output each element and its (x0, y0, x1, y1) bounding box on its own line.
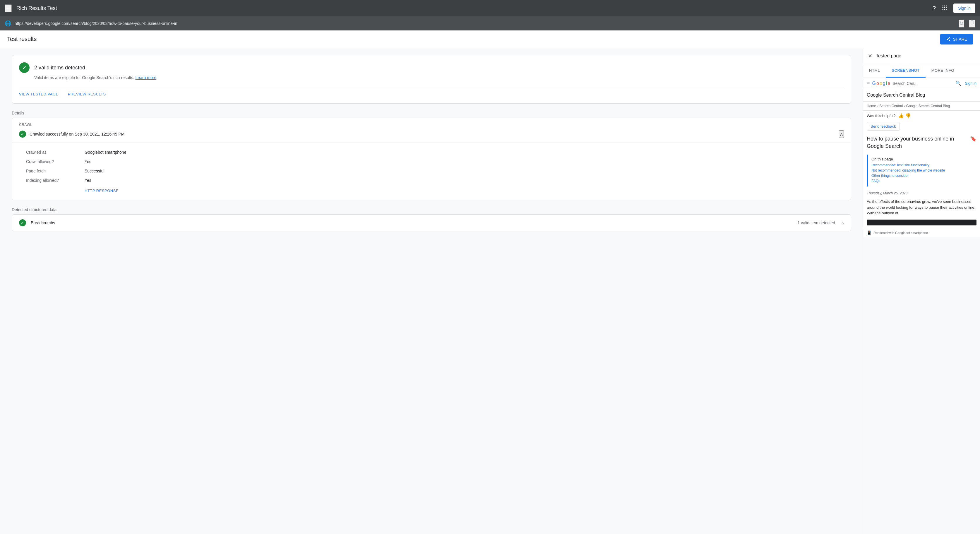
sc-thumbs-down-icon[interactable]: 👎 (905, 113, 911, 119)
globe-icon: 🌐 (5, 20, 11, 27)
svg-point-8 (946, 9, 947, 10)
sc-helpful-text: Was this helpful? (867, 113, 896, 118)
indexing-label: Indexing allowed? (26, 178, 84, 183)
sc-search-icon[interactable]: 🔍 (955, 81, 961, 86)
share-button[interactable]: SHARE (940, 34, 973, 45)
sc-helpful-row: Was this helpful? 👍 👎 (863, 111, 980, 121)
sc-toc-item-4[interactable]: FAQs (872, 179, 973, 183)
valid-items-header: ✓ 2 valid items detected (19, 62, 844, 73)
sc-breadcrumb-chevron-1: › (877, 105, 878, 108)
breadcrumb-check-icon: ✓ (19, 219, 26, 226)
breadcrumb-expand-icon[interactable]: › (842, 220, 844, 226)
sc-topbar-right: 🔍 Sign in (955, 81, 977, 86)
panel-close-button[interactable]: ✕ (868, 53, 872, 59)
sc-thumb-icons: 👍 👎 (898, 113, 911, 119)
svg-point-4 (944, 7, 945, 8)
sc-body-text: As the effects of the coronavirus grow, … (863, 198, 980, 217)
crawl-allowed-value: Yes (84, 159, 91, 164)
crawl-status-row: ✓ Crawled successfully on Sep 30, 2021, … (19, 130, 844, 138)
sc-topbar: ≡ Google Search Cen... 🔍 Sign in (863, 78, 980, 89)
page-fetch-value: Successful (84, 169, 105, 173)
panel-tabs: HTML SCREENSHOT MORE INFO (863, 64, 980, 78)
view-tested-page-button[interactable]: VIEW TESTED PAGE (19, 92, 59, 96)
refresh-icon[interactable]: ↻ (959, 20, 964, 27)
crawled-as-value: Googlebot smartphone (84, 150, 126, 155)
crawled-as-label: Crawled as (26, 150, 84, 155)
sc-topbar-left: ≡ Google Search Cen... (867, 80, 918, 86)
sc-article-date: Thursday, March 26, 2020 (863, 189, 980, 198)
back-button[interactable]: ← (5, 5, 12, 12)
structured-data-card: ✓ Breadcrumbs 1 valid item detected › (12, 214, 851, 231)
share-label: SHARE (953, 37, 967, 41)
top-navigation: ← Rich Results Test ? Sign in (0, 0, 980, 16)
panel-content: ≡ Google Search Cen... 🔍 Sign in Google … (863, 78, 980, 534)
sc-footer: 📱 Rendered with Googlebot smartphone (863, 228, 980, 238)
sc-site-label: Search Cen... (892, 81, 918, 86)
valid-items-title: 2 valid items detected (34, 65, 85, 71)
screenshot-frame: ≡ Google Search Cen... 🔍 Sign in Google … (863, 78, 980, 238)
crawl-expand-button[interactable]: ∧ (839, 130, 844, 138)
sc-toc-item-2[interactable]: Not recommended: disabling the whole web… (872, 168, 973, 172)
sc-blog-title: Google Search Central Blog (863, 89, 980, 102)
breadcrumb-row: ✓ Breadcrumbs 1 valid item detected › (12, 215, 851, 231)
right-panel: ✕ Tested page HTML SCREENSHOT MORE INFO … (863, 48, 980, 534)
sc-toc-header: On this page (872, 157, 973, 161)
sc-footer-text: Rendered with Googlebot smartphone (873, 231, 928, 234)
url-bar: 🌐 https://developers.google.com/search/b… (0, 16, 980, 30)
svg-point-10 (972, 24, 972, 24)
crawl-allowed-row: Crawl allowed? Yes (26, 157, 844, 166)
crawl-allowed-label: Crawl allowed? (26, 159, 84, 164)
sc-breadcrumb-blog[interactable]: Google Search Central Blog (906, 104, 950, 108)
url-text[interactable]: https://developers.google.com/search/blo… (14, 21, 955, 26)
crawl-label: Crawl (19, 123, 844, 127)
left-content: ✓ 2 valid items detected Valid items are… (0, 48, 863, 534)
header-bar: Test results SHARE (0, 30, 980, 48)
sc-send-feedback-button[interactable]: Send feedback (867, 122, 900, 131)
sc-breadcrumb-search-central[interactable]: Search Central (879, 104, 903, 108)
sc-breadcrumb: Home › Search Central › Google Search Ce… (863, 102, 980, 111)
http-response-link[interactable]: HTTP RESPONSE (84, 186, 844, 195)
sc-breadcrumb-chevron-2: › (904, 105, 905, 108)
device-toggle-icon[interactable] (969, 20, 975, 27)
apps-grid-icon[interactable] (942, 5, 948, 12)
page-fetch-label: Page fetch (26, 169, 84, 173)
valid-items-subtitle: Valid items are eligible for Google Sear… (34, 75, 844, 80)
tab-screenshot[interactable]: SCREENSHOT (886, 64, 925, 78)
app-title: Rich Results Test (16, 5, 928, 11)
svg-point-6 (943, 9, 943, 10)
sc-bookmark-icon[interactable]: 🔖 (970, 136, 977, 142)
svg-point-5 (946, 7, 947, 8)
crawl-details: Crawled as Googlebot smartphone Crawl al… (12, 143, 851, 200)
svg-point-3 (943, 7, 943, 8)
sign-in-button[interactable]: Sign in (953, 3, 975, 13)
sc-highlight-bar (867, 220, 977, 225)
sc-toc-item-3[interactable]: Other things to consider (872, 174, 973, 178)
tab-more-info[interactable]: MORE INFO (926, 64, 960, 78)
sc-toc-item-1[interactable]: Recommended: limit site functionality (872, 163, 973, 167)
indexing-row: Indexing allowed? Yes (26, 176, 844, 185)
help-icon[interactable]: ? (932, 5, 936, 12)
card-actions: VIEW TESTED PAGE PREVIEW RESULTS (19, 87, 844, 96)
result-card: ✓ 2 valid items detected Valid items are… (12, 55, 851, 104)
valid-check-icon: ✓ (19, 62, 30, 73)
preview-results-button[interactable]: PREVIEW RESULTS (68, 92, 106, 96)
main-layout: ✓ 2 valid items detected Valid items are… (0, 48, 980, 534)
sc-breadcrumb-home[interactable]: Home (867, 104, 876, 108)
nav-icons: ? Sign in (932, 3, 975, 13)
svg-point-7 (944, 9, 945, 10)
svg-point-0 (943, 5, 943, 6)
breadcrumb-value: 1 valid item detected (798, 220, 835, 225)
tab-html[interactable]: HTML (863, 64, 886, 78)
sc-article-title: How to pause your business online in Goo… (863, 133, 980, 152)
crawl-status-text: Crawled successfully on Sep 30, 2021, 12… (30, 132, 125, 136)
learn-more-link[interactable]: Learn more (135, 75, 157, 80)
svg-point-1 (944, 5, 945, 6)
panel-header: ✕ Tested page (863, 48, 980, 64)
structured-data-label: Detected structured data (12, 207, 851, 212)
sc-thumbs-up-icon[interactable]: 👍 (898, 113, 904, 119)
details-label: Details (12, 111, 851, 115)
breadcrumb-label: Breadcrumbs (31, 220, 793, 225)
sc-hamburger-icon[interactable]: ≡ (867, 80, 870, 86)
url-actions: ↻ (959, 20, 975, 27)
sc-sign-in-link[interactable]: Sign in (965, 81, 977, 86)
